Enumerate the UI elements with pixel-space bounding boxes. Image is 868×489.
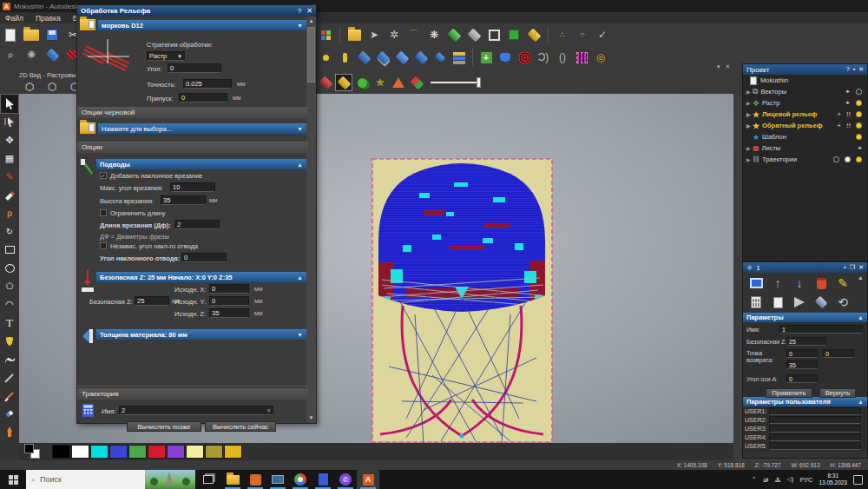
pin-icon[interactable]: ▪ bbox=[844, 264, 845, 271]
return-x-input[interactable] bbox=[786, 349, 818, 358]
grid-tool[interactable]: ▦ bbox=[1, 149, 18, 168]
visibility-bulb-icon[interactable] bbox=[856, 134, 862, 140]
tray-volume-icon[interactable]: ◁) bbox=[787, 476, 794, 483]
sculpt-tool[interactable] bbox=[1, 350, 18, 368]
nodes-icon[interactable]: ✓ bbox=[595, 27, 610, 43]
material-block-icon[interactable] bbox=[812, 294, 831, 311]
close-icon[interactable]: ✕ bbox=[306, 7, 312, 15]
multicolor-plane-icon[interactable] bbox=[409, 75, 424, 90]
magenta-weave-icon[interactable] bbox=[574, 50, 589, 65]
search-box[interactable]: ⌕ Поиск bbox=[26, 470, 195, 489]
opacity-slider[interactable] bbox=[431, 82, 481, 83]
clear-icon[interactable]: × bbox=[267, 406, 271, 414]
vector-draw-tool[interactable]: ✎ bbox=[1, 168, 18, 186]
plane-d-icon[interactable] bbox=[432, 50, 448, 65]
knife-tool[interactable] bbox=[1, 368, 18, 387]
taskbar-artcam[interactable]: A bbox=[357, 470, 379, 489]
visibility-bulb-icon[interactable] bbox=[856, 100, 862, 106]
taskbar-explorer[interactable] bbox=[221, 470, 244, 489]
blue-pot-icon[interactable] bbox=[497, 50, 513, 65]
expander-icon[interactable]: ▶ bbox=[746, 111, 753, 117]
task-view-button[interactable] bbox=[195, 470, 221, 489]
color-swatch[interactable] bbox=[128, 445, 147, 459]
pin-icon[interactable]: ▾ bbox=[717, 63, 720, 70]
polygon-tool[interactable]: ⬠ bbox=[1, 277, 18, 295]
home-x-input[interactable] bbox=[209, 284, 249, 294]
red-weave-icon[interactable] bbox=[516, 50, 532, 65]
close-icon[interactable]: ✕ bbox=[858, 264, 864, 271]
tool-folder-icon[interactable] bbox=[80, 19, 95, 30]
eraser-tool[interactable] bbox=[1, 405, 18, 423]
tray-network-icon[interactable]: 🖧 bbox=[775, 477, 781, 483]
return-z-input[interactable] bbox=[786, 360, 818, 369]
tp-safez-input[interactable] bbox=[786, 337, 826, 346]
plane-b-icon[interactable] bbox=[375, 50, 391, 65]
color-swatch[interactable] bbox=[52, 445, 70, 459]
move-down-icon[interactable]: ↓ bbox=[790, 274, 809, 292]
help-icon[interactable]: ? bbox=[298, 7, 301, 15]
plane-c-icon[interactable] bbox=[394, 50, 410, 65]
close-icon[interactable]: ✕ bbox=[858, 66, 864, 73]
params-header[interactable]: Параметры ▲ bbox=[743, 313, 867, 322]
visibility-bulb-icon[interactable] bbox=[833, 156, 839, 162]
tree-item-back-relief[interactable]: ▶ ★ Обратный рельеф + ⁞⁞ bbox=[743, 120, 867, 131]
tree-item-raster[interactable]: ▶ ❖ Растр + bbox=[743, 97, 867, 109]
apply-button[interactable]: Применить bbox=[766, 388, 812, 398]
tree-item-vectors[interactable]: ▶ ⧉ Векторы + bbox=[743, 86, 867, 97]
yellow-gem-icon[interactable] bbox=[526, 27, 542, 43]
menu-file[interactable]: Файл bbox=[5, 14, 23, 23]
paint-tool[interactable] bbox=[1, 186, 18, 204]
user4-input[interactable] bbox=[769, 433, 861, 441]
transform-tool[interactable]: ✥ bbox=[1, 131, 18, 149]
cube-front-icon[interactable]: ⬡ bbox=[44, 79, 60, 95]
star-zoom-icon[interactable]: ✯ bbox=[372, 75, 388, 90]
ramp-height-input[interactable] bbox=[161, 195, 206, 205]
snowflake-icon[interactable]: ❋ bbox=[426, 27, 442, 43]
delete-icon[interactable] bbox=[812, 274, 831, 292]
zoom-icon[interactable]: ⌕ bbox=[3, 47, 18, 63]
cube-iso-icon[interactable]: ⬡ bbox=[22, 79, 37, 95]
toolpath-titlebar[interactable]: ❖ 1 ▪❐✕ bbox=[743, 262, 867, 273]
tray-display-icon[interactable]: 🖳 bbox=[763, 477, 769, 483]
taskbar-chrome[interactable] bbox=[289, 470, 312, 489]
help-icon[interactable]: ? bbox=[846, 66, 850, 73]
green-circles-icon[interactable] bbox=[354, 75, 370, 90]
visibility-bulb-icon[interactable] bbox=[845, 156, 851, 162]
grid-icon[interactable]: ⁞⁞ bbox=[846, 111, 851, 117]
max-angle-input[interactable] bbox=[170, 182, 215, 192]
brush-tool[interactable] bbox=[1, 387, 18, 405]
options-section-header[interactable]: Опции bbox=[77, 142, 308, 153]
color-swatch[interactable] bbox=[205, 445, 223, 459]
expander-icon[interactable]: ▶ bbox=[746, 100, 753, 106]
dots-b-icon[interactable]: ⁘ bbox=[575, 27, 590, 43]
add-ramp-checkbox[interactable]: ✓ bbox=[100, 172, 107, 179]
open-folder-icon[interactable] bbox=[23, 27, 39, 43]
pattern-icon[interactable]: ✺ bbox=[23, 47, 39, 63]
frame-icon[interactable] bbox=[486, 27, 502, 43]
leads-header[interactable]: Подводы▲ bbox=[96, 159, 306, 169]
flood-fill-tool[interactable] bbox=[1, 332, 18, 350]
notification-icon[interactable] bbox=[853, 475, 863, 485]
pyramid-icon[interactable] bbox=[391, 75, 406, 90]
colors-icon[interactable] bbox=[318, 27, 333, 43]
simulate-icon[interactable] bbox=[746, 274, 766, 292]
user3-input[interactable] bbox=[769, 425, 861, 433]
angle-input[interactable] bbox=[168, 63, 221, 73]
taskbar-calculator[interactable] bbox=[312, 470, 334, 489]
gray-gem-icon[interactable] bbox=[466, 27, 482, 43]
expander-icon[interactable]: ▶ bbox=[746, 156, 753, 162]
tree-item-front-relief[interactable]: ▶ ★ Лицевой рельеф + ⁞⁞ bbox=[743, 109, 867, 120]
rectangle-tool[interactable] bbox=[1, 241, 18, 259]
tool-header[interactable]: морковь D12▼ bbox=[98, 20, 306, 30]
ellipse-tool[interactable] bbox=[1, 259, 18, 277]
user1-input[interactable] bbox=[769, 407, 861, 415]
taskbar-store[interactable] bbox=[244, 470, 266, 489]
arc-tool[interactable]: ◠ bbox=[1, 295, 18, 314]
tp-name-input[interactable] bbox=[779, 325, 863, 334]
edit-pencil-icon[interactable]: ✎ bbox=[833, 274, 852, 292]
color-swatch[interactable] bbox=[148, 445, 166, 459]
plane-a-icon[interactable] bbox=[356, 50, 372, 65]
vector-arrow-icon[interactable]: ➤ bbox=[366, 27, 382, 43]
limit-length-checkbox[interactable] bbox=[100, 209, 107, 216]
add-icon[interactable]: + bbox=[845, 99, 850, 107]
